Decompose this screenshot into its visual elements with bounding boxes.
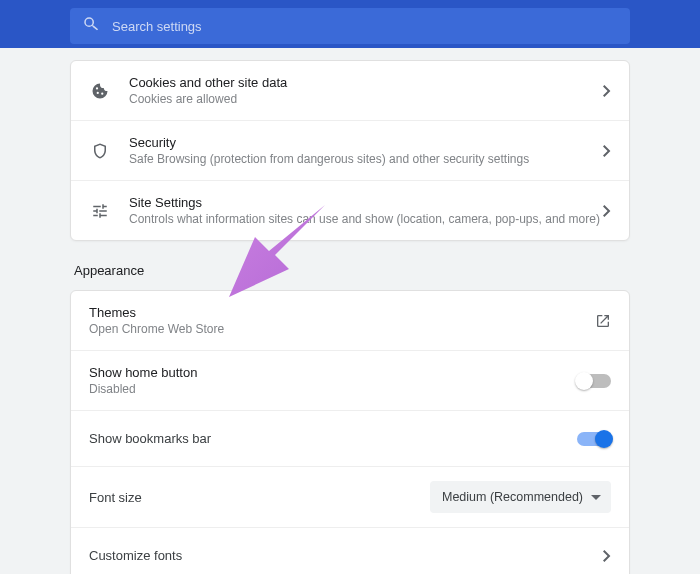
bookmarks-bar-toggle[interactable]: [577, 432, 611, 446]
chevron-right-icon: [603, 205, 611, 217]
site-settings-title: Site Settings: [129, 195, 603, 210]
font-size-row: Font size Medium (Recommended): [71, 467, 629, 528]
home-button-row[interactable]: Show home button Disabled: [71, 351, 629, 411]
security-subtitle: Safe Browsing (protection from dangerous…: [129, 152, 603, 166]
home-button-toggle[interactable]: [577, 374, 611, 388]
home-button-title: Show home button: [89, 365, 577, 380]
shield-icon: [89, 142, 111, 160]
security-row[interactable]: Security Safe Browsing (protection from …: [71, 121, 629, 181]
font-size-value: Medium (Recommended): [442, 490, 583, 504]
font-size-title: Font size: [89, 490, 430, 505]
themes-subtitle: Open Chrome Web Store: [89, 322, 595, 336]
privacy-card: Cookies and other site data Cookies are …: [70, 60, 630, 241]
cookies-subtitle: Cookies are allowed: [129, 92, 603, 106]
site-settings-subtitle: Controls what information sites can use …: [129, 212, 603, 226]
themes-row[interactable]: Themes Open Chrome Web Store: [71, 291, 629, 351]
open-external-icon: [595, 313, 611, 329]
customize-fonts-title: Customize fonts: [89, 548, 603, 563]
chevron-right-icon: [603, 550, 611, 562]
appearance-card: Themes Open Chrome Web Store Show home b…: [70, 290, 630, 574]
security-title: Security: [129, 135, 603, 150]
tune-icon: [89, 202, 111, 220]
search-settings-bar[interactable]: [70, 8, 630, 44]
home-button-subtitle: Disabled: [89, 382, 577, 396]
search-settings-input[interactable]: [112, 19, 618, 34]
settings-header: [0, 0, 700, 48]
themes-title: Themes: [89, 305, 595, 320]
appearance-section-label: Appearance: [74, 263, 630, 278]
cookies-title: Cookies and other site data: [129, 75, 603, 90]
cookie-icon: [89, 82, 111, 100]
chevron-right-icon: [603, 85, 611, 97]
bookmarks-bar-title: Show bookmarks bar: [89, 431, 577, 446]
cookies-row[interactable]: Cookies and other site data Cookies are …: [71, 61, 629, 121]
bookmarks-bar-row[interactable]: Show bookmarks bar: [71, 411, 629, 467]
caret-down-icon: [591, 495, 601, 500]
font-size-select[interactable]: Medium (Recommended): [430, 481, 611, 513]
search-icon: [82, 15, 100, 37]
chevron-right-icon: [603, 145, 611, 157]
customize-fonts-row[interactable]: Customize fonts: [71, 528, 629, 574]
site-settings-row[interactable]: Site Settings Controls what information …: [71, 181, 629, 240]
